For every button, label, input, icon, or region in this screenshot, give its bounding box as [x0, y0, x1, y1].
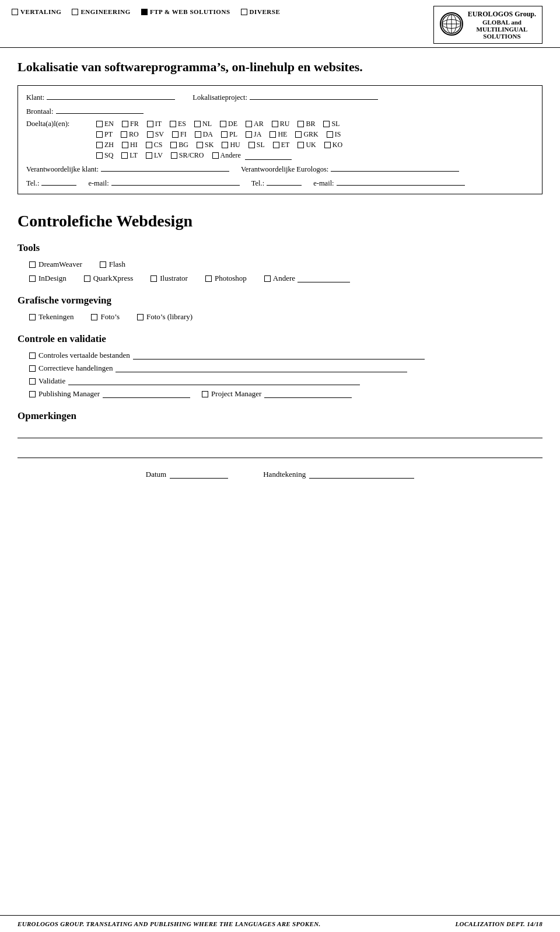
controle-correctieve-input[interactable]	[116, 364, 407, 372]
cb-photoshop[interactable]	[205, 275, 212, 282]
cb-tekeningen[interactable]	[29, 314, 36, 320]
grafische-row: Tekeningen Foto’s Foto’s (library)	[18, 312, 542, 322]
controle-vertaalde-input[interactable]	[133, 351, 425, 359]
language-checkboxes: EN FR IT ES NL DE AR RU BR SL PT RO	[96, 120, 342, 160]
cb-ilustrator[interactable]	[150, 275, 157, 282]
andere-input[interactable]	[245, 152, 292, 160]
controle-managers-row: Publishing Manager Project Manager	[18, 389, 542, 399]
cb-fotos[interactable]	[91, 314, 97, 320]
handtekening-input[interactable]	[309, 470, 414, 479]
lang-SL: SL	[323, 120, 340, 128]
publishing-input[interactable]	[103, 390, 190, 398]
checkbox-ftp[interactable]	[141, 9, 148, 15]
cb-dreamweaver[interactable]	[29, 261, 36, 268]
cb-validatie[interactable]	[29, 378, 36, 385]
datum-label: Datum	[146, 470, 166, 479]
logo-company: EUROLOGOS Group.	[468, 10, 536, 19]
cb-JA[interactable]	[246, 131, 252, 138]
cb-FI[interactable]	[172, 131, 178, 138]
cb-AR[interactable]	[246, 121, 252, 127]
lang-PL: PL	[221, 130, 237, 139]
grafische-section: Grafische vormgeving Tekeningen Foto’s F…	[18, 295, 542, 322]
cb-GRK[interactable]	[295, 131, 302, 138]
cb-SL2[interactable]	[249, 142, 255, 148]
cb-RU[interactable]	[272, 121, 278, 127]
cb-NL[interactable]	[194, 121, 201, 127]
controle-validatie-input[interactable]	[68, 377, 360, 385]
email2-input[interactable]	[337, 177, 465, 186]
tel1-input[interactable]	[41, 177, 76, 186]
tel2-input[interactable]	[267, 177, 302, 186]
klant-field: Klant:	[26, 92, 175, 102]
cb-SQ[interactable]	[96, 152, 103, 159]
lokalisatieproject-input[interactable]	[250, 92, 378, 100]
client-row-2: Brontaal:	[26, 106, 534, 116]
checkbox-vertaling[interactable]	[12, 9, 18, 15]
tel1-field: Tel.:	[26, 177, 76, 188]
project-input[interactable]	[264, 390, 352, 398]
cb-project[interactable]	[202, 391, 208, 397]
tool-quarkxpress-label: QuarkXpress	[93, 274, 134, 283]
cb-correctieve[interactable]	[29, 365, 36, 372]
cb-CS[interactable]	[146, 142, 152, 148]
nav-label-ftp: FTP & web solutions	[150, 8, 230, 15]
cb-ET[interactable]	[273, 142, 279, 148]
cb-RO[interactable]	[121, 131, 127, 138]
cb-PL[interactable]	[221, 131, 228, 138]
cb-DA[interactable]	[195, 131, 201, 138]
cb-quarkxpress[interactable]	[84, 275, 90, 282]
main-content: Lokalisatie van softwareprogramma’s, on-…	[0, 48, 560, 915]
ver-klant-input[interactable]	[101, 163, 229, 172]
tools-title: Tools	[18, 242, 542, 254]
checkbox-diverse[interactable]	[241, 9, 247, 15]
cb-publishing[interactable]	[29, 391, 36, 397]
cb-fotos-library[interactable]	[137, 314, 144, 320]
brontaal-input[interactable]	[56, 106, 144, 114]
cb-Andere[interactable]	[212, 152, 219, 159]
checkbox-engineering[interactable]	[72, 9, 78, 15]
cb-LT[interactable]	[121, 152, 128, 159]
cb-HI[interactable]	[122, 142, 128, 148]
cb-LV[interactable]	[146, 152, 152, 159]
ver-klant-field: Verantwoordelijke klant:	[26, 163, 229, 174]
cb-flash[interactable]	[100, 261, 106, 268]
andere-tool-input[interactable]	[298, 274, 350, 282]
ver-eurologos-input[interactable]	[331, 163, 459, 172]
fotos-library-label: Foto’s (library)	[146, 312, 192, 322]
grafische-tekeningen: Tekeningen	[29, 312, 74, 322]
logo-tagline2: MULTILINGUAL	[468, 26, 536, 33]
cb-IS[interactable]	[327, 131, 333, 138]
cb-KO[interactable]	[324, 142, 331, 148]
cb-ZH[interactable]	[96, 142, 103, 148]
lang-BR: BR	[298, 120, 315, 128]
datum-input[interactable]	[170, 470, 228, 479]
lang-ET: ET	[273, 141, 290, 149]
lang-row-3: ZH HI CS BG SK HU SL ET UK KO	[96, 141, 342, 149]
cb-ES[interactable]	[170, 121, 176, 127]
email1-input[interactable]	[111, 177, 240, 186]
cb-EN[interactable]	[96, 121, 103, 127]
cb-HU[interactable]	[222, 142, 228, 148]
cb-DE[interactable]	[220, 121, 226, 127]
cb-SL[interactable]	[323, 121, 330, 127]
cb-andere-tool[interactable]	[264, 275, 271, 282]
cb-BG[interactable]	[170, 142, 177, 148]
cb-SV[interactable]	[147, 131, 153, 138]
cb-PT[interactable]	[96, 131, 103, 138]
controle-validatie: Validatie	[18, 376, 542, 386]
cb-IT[interactable]	[147, 121, 153, 127]
cb-SRCRO[interactable]	[171, 152, 177, 159]
cb-vertaalde[interactable]	[29, 352, 36, 359]
opmerking-line-2[interactable]	[18, 448, 542, 458]
logo-tagline3: SOLUTIONS	[468, 33, 536, 40]
tel2-field: Tel.:	[251, 177, 302, 188]
logo-icon	[440, 12, 463, 36]
opmerking-line-1[interactable]	[18, 428, 542, 438]
cb-indesign[interactable]	[29, 275, 36, 282]
cb-UK[interactable]	[298, 142, 304, 148]
cb-HE[interactable]	[270, 131, 276, 138]
klant-input[interactable]	[47, 92, 175, 100]
cb-SK[interactable]	[197, 142, 203, 148]
cb-FR[interactable]	[122, 121, 128, 127]
cb-BR[interactable]	[298, 121, 304, 127]
